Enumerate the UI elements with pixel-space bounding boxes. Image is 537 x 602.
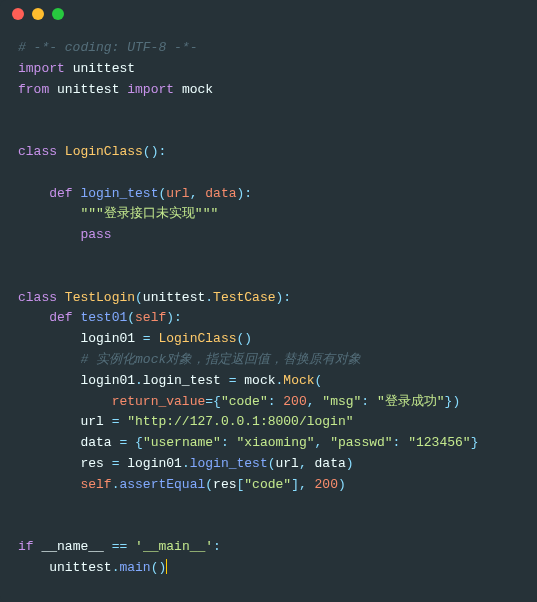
string-url: "http://127.0.0.1:8000/login" (127, 414, 353, 429)
brace-close: } (471, 435, 479, 450)
class-name: TestLogin (65, 290, 135, 305)
module-unittest: unittest (57, 82, 119, 97)
number: 200 (315, 477, 338, 492)
dot: . (205, 290, 213, 305)
paren-close: ) (244, 331, 252, 346)
dot: . (182, 456, 190, 471)
paren-close: ) (346, 456, 354, 471)
comma: , (307, 394, 315, 409)
brace-open: { (213, 394, 221, 409)
arg-data: data (315, 456, 346, 471)
assign: = (112, 456, 120, 471)
comma: , (299, 477, 307, 492)
bracket-close: ] (291, 477, 299, 492)
param-url: url (166, 186, 189, 201)
module-unittest: unittest (73, 61, 135, 76)
keyword-pass: pass (80, 227, 111, 242)
dot: . (135, 373, 143, 388)
paren-open: ( (135, 290, 143, 305)
colon: : (268, 394, 276, 409)
assign: = (205, 394, 213, 409)
assign: = (112, 414, 120, 429)
assign: = (119, 435, 127, 450)
dict-value: "123456" (408, 435, 470, 450)
keyword-import: import (127, 82, 174, 97)
method-asserteq: assertEqual (119, 477, 205, 492)
var-res: res (213, 477, 236, 492)
colon: : (158, 144, 166, 159)
keyword-def: def (49, 186, 72, 201)
dunder-name: __name__ (41, 539, 103, 554)
class-name: LoginClass (65, 144, 143, 159)
keyword-def: def (49, 310, 72, 325)
dict-value: "登录成功" (377, 394, 445, 409)
class-call: LoginClass (158, 331, 236, 346)
paren-close: ) (166, 310, 174, 325)
var-url: url (80, 414, 103, 429)
keyword-from: from (18, 82, 49, 97)
function-main: main (119, 560, 150, 575)
assign: = (143, 331, 151, 346)
op-eq: == (112, 539, 128, 554)
docstring: """登录接口未实现""" (80, 206, 218, 221)
keyword-class: class (18, 290, 57, 305)
paren-close: ) (452, 394, 460, 409)
paren-open: ( (205, 477, 213, 492)
comment-line: # 实例化mock对象，指定返回值，替换原有对象 (80, 352, 361, 367)
colon: : (221, 435, 229, 450)
paren-open: ( (315, 373, 323, 388)
assign: = (229, 373, 237, 388)
string-main: '__main__' (135, 539, 213, 554)
editor-window: # -*- coding: UTF-8 -*- import unittest … (0, 0, 537, 602)
dict-key: "username" (143, 435, 221, 450)
colon: : (213, 539, 221, 554)
index-key: "code" (244, 477, 291, 492)
brace-open: { (135, 435, 143, 450)
var-data: data (80, 435, 111, 450)
module-mock: mock (182, 82, 213, 97)
paren-open: ( (268, 456, 276, 471)
close-icon[interactable] (12, 8, 24, 20)
kwarg-return-value: return_value (112, 394, 206, 409)
maximize-icon[interactable] (52, 8, 64, 20)
param-self: self (135, 310, 166, 325)
comma: , (315, 435, 323, 450)
keyword-if: if (18, 539, 34, 554)
colon: : (283, 290, 291, 305)
colon: : (244, 186, 252, 201)
paren-open: ( (143, 144, 151, 159)
paren-close: ) (338, 477, 346, 492)
var-login01: login01 (127, 456, 182, 471)
keyword-class: class (18, 144, 57, 159)
base-class: TestCase (213, 290, 275, 305)
paren-close: ) (158, 560, 166, 575)
function-name: login_test (80, 186, 158, 201)
cursor-icon (166, 559, 167, 574)
comma: , (190, 186, 198, 201)
attr-login-test: login_test (143, 373, 221, 388)
self-ref: self (80, 477, 111, 492)
var-login01: login01 (80, 331, 135, 346)
comment-line: # -*- coding: UTF-8 -*- (18, 40, 197, 55)
dict-key: "passwd" (330, 435, 392, 450)
module-unittest: unittest (49, 560, 111, 575)
class-mock: Mock (283, 373, 314, 388)
param-data: data (205, 186, 236, 201)
var-login01: login01 (80, 373, 135, 388)
keyword-import: import (18, 61, 65, 76)
module-mock: mock (244, 373, 275, 388)
code-area[interactable]: # -*- coding: UTF-8 -*- import unittest … (0, 28, 537, 589)
dict-key: "code" (221, 394, 268, 409)
base-module: unittest (143, 290, 205, 305)
comma: , (299, 456, 307, 471)
var-res: res (80, 456, 103, 471)
dict-key: "msg" (322, 394, 361, 409)
number: 200 (283, 394, 306, 409)
paren-open: ( (127, 310, 135, 325)
method-call: login_test (190, 456, 268, 471)
dict-value: "xiaoming" (237, 435, 315, 450)
function-name: test01 (80, 310, 127, 325)
titlebar (0, 0, 537, 28)
colon: : (174, 310, 182, 325)
minimize-icon[interactable] (32, 8, 44, 20)
